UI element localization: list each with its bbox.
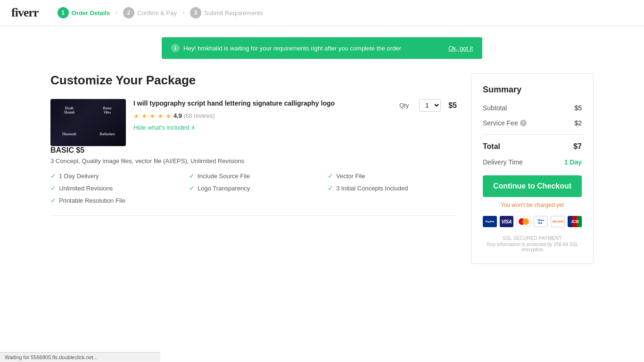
check-icon-2: ✓	[50, 184, 56, 192]
banner-dismiss-link[interactable]: Ok, got it	[448, 45, 473, 52]
payment-icons: PayPal VISA DinersClub DISCOVER JCB	[483, 216, 582, 227]
diners-icon: DinersClub	[534, 216, 548, 227]
subtotal-label: Subtotal	[483, 104, 507, 112]
summary-divider	[483, 134, 582, 135]
ssl-subtitle: Your information is protected by 256-bit…	[483, 242, 582, 252]
feature-label-5: Logo Transparency	[198, 185, 250, 192]
service-fee-label: Service Fee ?	[483, 119, 527, 127]
step-3-circle: 3	[190, 7, 201, 18]
star-1: ★	[133, 112, 140, 120]
steps-nav: 1 Order Details › 2 Confirm & Pay › 3 Su…	[58, 7, 263, 18]
total-row: Total $7	[483, 142, 582, 151]
check-icon-6: ✓	[50, 197, 56, 204]
feature-label-1: 1 Day Delivery	[59, 173, 99, 180]
img-cell-3: Diamonds	[50, 123, 88, 147]
info-icon: i	[171, 44, 180, 52]
notification-banner: i Hey! hmkhalid is waiting for your requ…	[162, 37, 482, 59]
star-2: ★	[141, 112, 148, 120]
feature-7: ✓ Vector File	[328, 172, 457, 180]
step-1[interactable]: 1 Order Details	[58, 7, 110, 18]
feature-label-2: Unlimited Revisions	[59, 185, 113, 192]
product-row: HustleMentals BonusVibes Diamonds Barbar…	[50, 99, 457, 146]
total-value: $7	[573, 142, 582, 151]
feature-3: ✓ 3 Initial Concepts Included	[328, 184, 457, 192]
img-cell-2: BonusVibes	[89, 99, 126, 123]
visa-icon: VISA	[500, 216, 514, 227]
check-icon-3: ✓	[328, 184, 333, 192]
paypal-icon: PayPal	[483, 216, 497, 227]
service-fee-value: $2	[574, 119, 582, 127]
step-2-circle: 2	[123, 7, 134, 18]
step-1-label: Order Details	[72, 9, 110, 16]
product-image-inner: HustleMentals BonusVibes Diamonds Barbar…	[50, 99, 126, 146]
header: fiverr 1 Order Details › 2 Confirm & Pay…	[0, 0, 644, 26]
feature-1: ✓ 1 Day Delivery	[50, 172, 180, 180]
step-1-circle: 1	[58, 7, 69, 18]
subtotal-row: Subtotal $5	[483, 104, 582, 112]
img-cell-4: Barbarians	[89, 123, 126, 147]
checkout-button[interactable]: Continue to Checkout	[483, 175, 582, 197]
features-grid: ✓ 1 Day Delivery ✓ Include Source File ✓…	[50, 172, 457, 204]
page-title: Customize Your Package	[50, 73, 457, 88]
product-title: I will typography script hand lettering …	[133, 99, 390, 108]
rating-score: 4.9	[173, 112, 182, 119]
delivery-label: Delivery Time	[483, 158, 523, 166]
feature-2: ✓ Unlimited Revisions	[50, 184, 180, 192]
feature-5: ✓ Logo Transparency	[189, 184, 318, 192]
product-image: HustleMentals BonusVibes Diamonds Barbar…	[50, 99, 126, 146]
check-icon-5: ✓	[189, 184, 195, 192]
product-main-info: HustleMentals BonusVibes Diamonds Barbar…	[50, 99, 390, 146]
feature-label-6: Printable Resolution File	[59, 197, 125, 204]
product-info: I will typography script hand lettering …	[133, 99, 390, 146]
not-charged-text: You won't be charged yet	[483, 202, 582, 208]
delivery-row: Delivery Time 1 Day	[483, 158, 582, 166]
discover-icon: DISCOVER	[551, 216, 565, 227]
step-3-label: Submit Requirements	[204, 9, 263, 16]
service-fee-help-icon[interactable]: ?	[520, 120, 527, 126]
feature-4: ✓ Include Source File	[189, 172, 318, 180]
qty-price-section: Qty 1 2 3 $5	[399, 99, 457, 112]
left-column: Customize Your Package HustleMentals Bon…	[50, 73, 457, 264]
check-icon-1: ✓	[50, 172, 56, 180]
check-icon-7: ✓	[328, 172, 333, 180]
feature-label-7: Vector File	[336, 173, 365, 180]
logo[interactable]: fiverr	[11, 6, 39, 20]
mastercard-icon	[516, 216, 531, 227]
product-rating: ★ ★ ★ ★ ★ 4.9 (68 reviews)	[133, 112, 390, 120]
main-content: Customize Your Package HustleMentals Bon…	[39, 73, 605, 264]
star-5: ★	[165, 112, 172, 120]
service-fee-row: Service Fee ? $2	[483, 119, 582, 127]
check-icon-4: ✓	[189, 172, 195, 180]
summary-box: Summary Subtotal $5 Service Fee ? $2 Tot…	[471, 73, 594, 264]
ssl-title: SSL SECURED PAYMENT	[483, 235, 582, 242]
star-4: ★	[157, 112, 164, 120]
step-3[interactable]: 3 Submit Requirements	[190, 7, 263, 18]
rating-count: (68 reviews)	[184, 113, 215, 119]
qty-label: Qty	[399, 102, 409, 109]
img-cell-1: HustleMentals	[50, 99, 88, 123]
package-desc: 3 Concept, Quality image files, vector f…	[50, 157, 457, 165]
delivery-value: 1 Day	[564, 158, 582, 166]
banner-text: Hey! hmkhalid is waiting for your requir…	[183, 45, 401, 52]
step-arrow-2: ›	[182, 9, 184, 16]
step-arrow-1: ›	[116, 9, 117, 16]
feature-label-4: Include Source File	[198, 173, 250, 180]
summary-title: Summary	[483, 85, 582, 95]
subtotal-value: $5	[574, 104, 582, 112]
feature-label-3: 3 Initial Concepts Included	[336, 185, 408, 192]
jcb-icon: JCB	[568, 216, 582, 227]
step-2[interactable]: 2 Confirm & Pay	[123, 7, 177, 18]
total-label: Total	[483, 142, 500, 151]
right-column: Summary Subtotal $5 Service Fee ? $2 Tot…	[471, 73, 594, 264]
package-title: BASIC $5	[50, 146, 457, 155]
feature-6: ✓ Printable Resolution File	[50, 197, 180, 204]
hide-whats-included-link[interactable]: Hide what's included ∧	[133, 124, 196, 131]
product-price: $5	[448, 101, 457, 110]
section-divider	[50, 215, 457, 216]
star-3: ★	[149, 112, 156, 120]
step-2-label: Confirm & Pay	[137, 9, 177, 16]
qty-select[interactable]: 1 2 3	[419, 99, 441, 112]
